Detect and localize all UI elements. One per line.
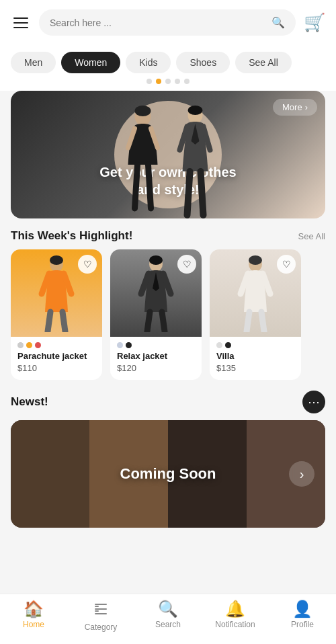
tab-kids[interactable]: Kids bbox=[126, 52, 171, 73]
product-color-dots-1 bbox=[110, 337, 202, 351]
product-color-dots-2 bbox=[210, 337, 301, 351]
tab-women[interactable]: Women bbox=[61, 52, 120, 73]
svg-rect-10 bbox=[95, 604, 107, 605]
products-row: ♡ Parachute jacket $110 ♡ bbox=[0, 249, 336, 391]
nav-profile-label: Profile bbox=[291, 620, 314, 629]
product-card-0: ♡ Parachute jacket $110 bbox=[11, 249, 102, 380]
hero-banner: Get your own clothes and style! More › bbox=[11, 91, 325, 218]
nav-category[interactable]: Category bbox=[67, 601, 134, 632]
nav-notification[interactable]: 🔔 Notification bbox=[202, 601, 269, 632]
newst-title: Newst! bbox=[11, 395, 48, 409]
nav-home[interactable]: 🏠 Home bbox=[0, 601, 67, 632]
tab-see-all[interactable]: See All bbox=[235, 52, 292, 73]
color-dot[interactable] bbox=[17, 342, 24, 348]
tab-dot-3 bbox=[175, 79, 180, 84]
notification-icon: 🔔 bbox=[225, 601, 245, 617]
newst-section-header: Newst! ⋯ bbox=[11, 391, 325, 413]
jacket-figure-0 bbox=[33, 255, 80, 332]
search-nav-icon: 🔍 bbox=[158, 601, 178, 617]
tab-indicator-dots bbox=[0, 73, 336, 91]
chevron-right-icon: › bbox=[305, 102, 308, 112]
favorite-button-2[interactable]: ♡ bbox=[277, 255, 296, 274]
search-input[interactable] bbox=[50, 17, 266, 28]
svg-rect-14 bbox=[95, 610, 99, 612]
svg-point-7 bbox=[149, 255, 163, 265]
product-image-0: ♡ bbox=[11, 249, 102, 337]
banner-more-button[interactable]: More › bbox=[273, 99, 317, 116]
heart-icon-2: ♡ bbox=[282, 259, 291, 270]
svg-point-1 bbox=[135, 106, 151, 116]
search-bar: 🔍 bbox=[39, 9, 296, 36]
menu-button[interactable] bbox=[11, 15, 31, 31]
svg-rect-11 bbox=[95, 608, 107, 610]
banner-figures bbox=[123, 104, 214, 218]
color-dot[interactable] bbox=[126, 342, 132, 348]
nav-search[interactable]: 🔍 Search bbox=[134, 601, 202, 632]
cart-button[interactable]: 🛒 bbox=[304, 12, 325, 33]
category-tabs: Men Women Kids Shoes See All bbox=[0, 45, 336, 73]
tab-dot-0 bbox=[146, 79, 152, 84]
tab-men[interactable]: Men bbox=[11, 52, 56, 73]
color-dot[interactable] bbox=[117, 342, 123, 348]
nav-search-label: Search bbox=[155, 620, 181, 629]
tab-dot-1 bbox=[156, 79, 161, 84]
product-price-2: $135 bbox=[210, 363, 301, 380]
product-image-2: ♡ bbox=[210, 249, 301, 337]
search-icon: 🔍 bbox=[271, 16, 285, 29]
tab-dot-4 bbox=[184, 79, 190, 84]
heart-icon-0: ♡ bbox=[83, 259, 92, 270]
svg-rect-12 bbox=[95, 613, 107, 614]
figure-right bbox=[177, 104, 214, 218]
product-card-2: ♡ Villa $135 bbox=[210, 249, 301, 380]
coming-soon-text: Coming Soon bbox=[120, 465, 216, 483]
color-dot[interactable] bbox=[216, 342, 222, 348]
svg-rect-13 bbox=[95, 606, 99, 607]
nav-profile[interactable]: 👤 Profile bbox=[269, 601, 336, 632]
highlights-title: This Week's Highlight! bbox=[11, 229, 132, 243]
jacket-figure-1 bbox=[132, 255, 179, 332]
product-image-1: ♡ bbox=[110, 249, 202, 337]
product-card-1: ♡ Relax jacket $120 bbox=[110, 249, 202, 380]
header: 🔍 🛒 bbox=[0, 0, 336, 45]
svg-point-3 bbox=[188, 106, 203, 115]
tab-shoes[interactable]: Shoes bbox=[176, 52, 230, 73]
product-name-1: Relax jacket bbox=[110, 351, 202, 363]
banner-more-label: More bbox=[282, 102, 302, 112]
svg-point-5 bbox=[50, 255, 63, 265]
nav-notification-label: Notification bbox=[215, 620, 255, 629]
product-name-2: Villa bbox=[210, 351, 301, 363]
color-dot[interactable] bbox=[26, 342, 32, 348]
profile-icon: 👤 bbox=[292, 601, 312, 617]
highlights-section-header: This Week's Highlight! See All bbox=[0, 229, 336, 249]
newst-section: Newst! ⋯ Coming Soon › bbox=[0, 391, 336, 595]
ellipsis-icon: ⋯ bbox=[308, 395, 320, 409]
favorite-button-1[interactable]: ♡ bbox=[177, 255, 196, 274]
product-price-0: $110 bbox=[11, 363, 102, 380]
nav-category-label: Category bbox=[85, 622, 118, 632]
newst-more-button[interactable]: ⋯ bbox=[302, 391, 325, 413]
heart-icon-1: ♡ bbox=[183, 259, 192, 270]
product-color-dots-0 bbox=[11, 337, 102, 351]
arrow-right-icon: › bbox=[300, 467, 304, 482]
svg-point-9 bbox=[249, 255, 262, 265]
home-icon: 🏠 bbox=[24, 601, 44, 617]
jacket-figure-2 bbox=[232, 255, 279, 332]
bottom-nav: 🏠 Home Category 🔍 Search 🔔 Notification … bbox=[0, 594, 336, 644]
product-name-0: Parachute jacket bbox=[11, 351, 102, 363]
category-icon bbox=[93, 601, 109, 620]
color-dot[interactable] bbox=[35, 342, 41, 348]
highlights-see-all-button[interactable]: See All bbox=[298, 231, 325, 241]
figure-left bbox=[123, 104, 163, 212]
cart-icon: 🛒 bbox=[304, 12, 325, 32]
nav-home-label: Home bbox=[23, 620, 44, 629]
product-price-1: $120 bbox=[110, 363, 202, 380]
coming-soon-arrow-button[interactable]: › bbox=[289, 461, 314, 487]
tab-dot-2 bbox=[165, 79, 171, 84]
color-dot[interactable] bbox=[225, 342, 231, 348]
coming-soon-banner: Coming Soon › bbox=[11, 420, 325, 528]
favorite-button-0[interactable]: ♡ bbox=[78, 255, 97, 274]
